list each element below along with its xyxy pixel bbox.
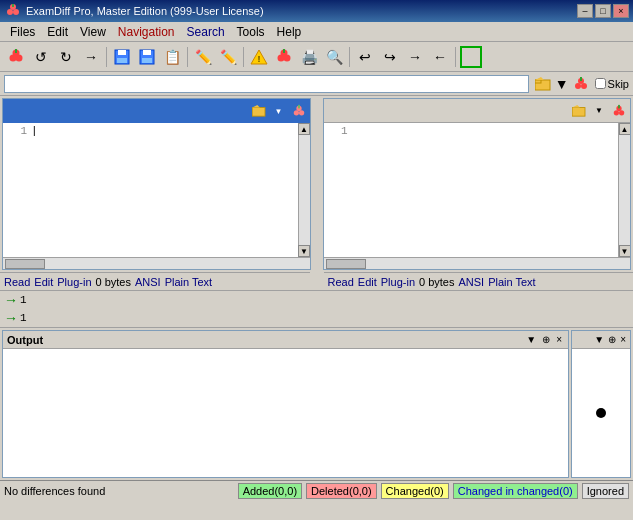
close-button[interactable]: ×: [613, 4, 629, 18]
diff-dot-indicator: [596, 408, 606, 418]
left-line-1: 1 |: [7, 125, 294, 137]
right-status-plugin[interactable]: Plug-in: [381, 276, 415, 288]
svg-point-2: [13, 9, 19, 15]
diff-results-list: → 1 → 1: [4, 292, 27, 326]
status-center-gap: [310, 272, 324, 290]
left-panel-icons: ▼: [250, 102, 308, 120]
path-dropdown-btn[interactable]: ▼: [555, 74, 569, 94]
menu-view[interactable]: View: [74, 23, 112, 41]
toolbar-save2-btn[interactable]: [135, 45, 159, 69]
toolbar-next-btn[interactable]: →: [403, 45, 427, 69]
right-folder-btn[interactable]: [570, 102, 588, 120]
toolbar-logo-btn[interactable]: [4, 45, 28, 69]
path-bar: ▼ Skip: [0, 72, 633, 96]
maximize-button[interactable]: □: [595, 4, 611, 18]
toolbar-sep3: [243, 47, 244, 67]
left-status-plugin[interactable]: Plug-in: [57, 276, 91, 288]
minimize-button[interactable]: –: [577, 4, 593, 18]
badge-ignored[interactable]: Ignored: [582, 483, 629, 499]
menu-navigation[interactable]: Navigation: [112, 23, 181, 41]
svg-rect-10: [117, 58, 127, 63]
left-hscrollbar-thumb[interactable]: [5, 259, 45, 269]
left-apple-btn[interactable]: [290, 102, 308, 120]
diff-arrow-1: →: [4, 292, 18, 308]
left-status-encoding[interactable]: ANSI: [135, 276, 161, 288]
right-status-read[interactable]: Read: [328, 276, 354, 288]
badge-deleted[interactable]: Deleted(0,0): [306, 483, 377, 499]
left-path-input[interactable]: [4, 75, 529, 93]
app-icon: [4, 2, 22, 20]
badge-changed-in-changed[interactable]: Changed in changed(0): [453, 483, 578, 499]
svg-rect-19: [283, 49, 285, 53]
output-ctrl-close[interactable]: ×: [554, 334, 564, 345]
badge-added[interactable]: Added(0,0): [238, 483, 302, 499]
svg-marker-28: [252, 105, 260, 108]
right-dropdown-btn[interactable]: ▼: [590, 102, 608, 120]
menu-help[interactable]: Help: [271, 23, 308, 41]
toolbar-redo-btn[interactable]: ↻: [54, 45, 78, 69]
right-hscrollbar-thumb[interactable]: [326, 259, 366, 269]
toolbar-print-btn[interactable]: 🖨️: [297, 45, 321, 69]
toolbar-undo-btn[interactable]: ↺: [29, 45, 53, 69]
toolbar-clipboard-btn[interactable]: 📋: [160, 45, 184, 69]
svg-point-36: [614, 110, 619, 115]
right-status-edit[interactable]: Edit: [358, 276, 377, 288]
output-ctrl-down[interactable]: ▼: [524, 334, 538, 345]
toolbar-save1-btn[interactable]: [110, 45, 134, 69]
toolbar-edit1-btn[interactable]: ✏️: [191, 45, 215, 69]
output-content: [3, 349, 568, 477]
output-right-ctrl-close[interactable]: ×: [618, 334, 628, 345]
svg-rect-3: [12, 4, 14, 7]
left-panel-header: ▼: [3, 99, 310, 123]
left-status-edit[interactable]: Edit: [34, 276, 53, 288]
left-status-bytes: 0 bytes: [96, 276, 131, 288]
menu-files[interactable]: Files: [4, 23, 41, 41]
badge-changed[interactable]: Changed(0): [381, 483, 449, 499]
output-header: Output ▼ ⊕ ×: [3, 331, 568, 349]
center-divider[interactable]: [313, 96, 321, 272]
skip-checkbox[interactable]: [595, 78, 606, 89]
left-scroll-up[interactable]: ▲: [298, 123, 310, 135]
right-apple-btn[interactable]: [610, 102, 628, 120]
right-scroll-up[interactable]: ▲: [619, 123, 631, 135]
toolbar-redo2-btn[interactable]: ↪: [378, 45, 402, 69]
svg-marker-34: [572, 105, 580, 108]
right-status-format[interactable]: Plain Text: [488, 276, 536, 288]
left-folder-btn[interactable]: [250, 102, 268, 120]
menu-search[interactable]: Search: [181, 23, 231, 41]
output-right-ctrl-pin[interactable]: ⊕: [606, 334, 618, 345]
right-text-area[interactable]: 1: [324, 123, 619, 257]
left-status-read[interactable]: Read: [4, 276, 30, 288]
menu-tools[interactable]: Tools: [231, 23, 271, 41]
left-diff-panel: ▼ 1 | ▲: [2, 98, 311, 270]
svg-rect-9: [118, 50, 126, 55]
right-line-num-1: 1: [328, 125, 348, 137]
right-hscrollbar[interactable]: [324, 257, 631, 269]
svg-point-37: [619, 110, 624, 115]
toolbar-green-square-btn[interactable]: [459, 45, 483, 69]
toolbar-undo2-btn[interactable]: ↩: [353, 45, 377, 69]
right-vscrollbar[interactable]: ▲ ▼: [618, 123, 630, 257]
left-scroll-down[interactable]: ▼: [298, 245, 310, 257]
left-vscrollbar[interactable]: ▲ ▼: [298, 123, 310, 257]
toolbar-forward-btn[interactable]: →: [79, 45, 103, 69]
output-right-ctrl-down[interactable]: ▼: [592, 334, 606, 345]
output-ctrl-pin[interactable]: ⊕: [540, 334, 552, 345]
left-text-area[interactable]: 1 |: [3, 123, 298, 257]
toolbar-prev-btn[interactable]: ←: [428, 45, 452, 69]
left-line-text-1: |: [31, 125, 38, 137]
left-dropdown-btn[interactable]: ▼: [270, 102, 288, 120]
toolbar-edit2-btn[interactable]: ✏️: [216, 45, 240, 69]
menu-edit[interactable]: Edit: [41, 23, 74, 41]
toolbar-search-btn[interactable]: 🔍: [322, 45, 346, 69]
output-right-panel: ▼ ⊕ ×: [571, 330, 631, 478]
title-bar-controls: – □ ×: [577, 4, 629, 18]
toolbar-apple2-btn[interactable]: [272, 45, 296, 69]
right-scroll-down[interactable]: ▼: [619, 245, 631, 257]
left-status-format[interactable]: Plain Text: [165, 276, 213, 288]
path-apple-btn[interactable]: [571, 74, 591, 94]
toolbar-alert-btn[interactable]: !: [247, 45, 271, 69]
right-status-encoding[interactable]: ANSI: [458, 276, 484, 288]
left-hscrollbar[interactable]: [3, 257, 310, 269]
path-folder-btn[interactable]: [533, 74, 553, 94]
